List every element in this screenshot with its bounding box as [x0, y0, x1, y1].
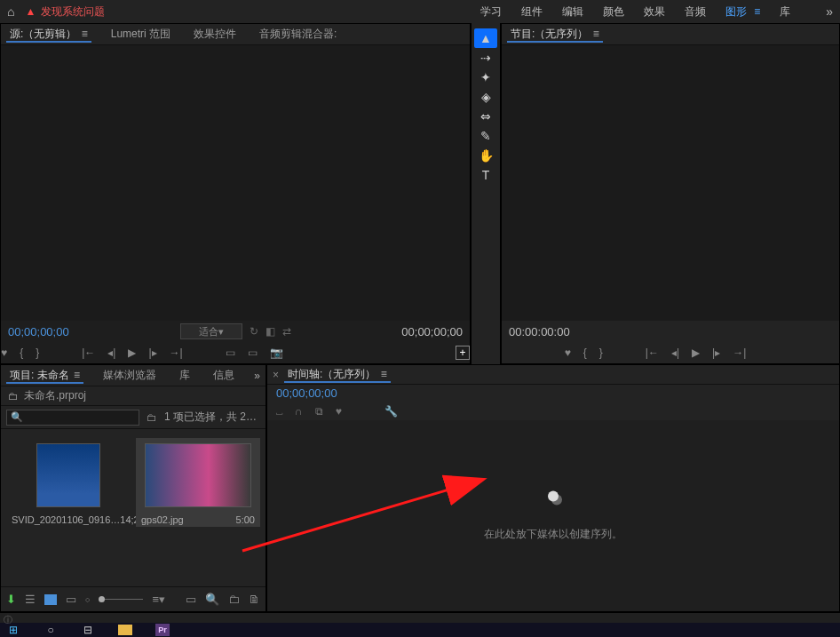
project-item[interactable]: SVID_20201106_0916… 14;28 [6, 438, 131, 527]
overwrite-icon[interactable]: ▭ [248, 346, 258, 359]
find-icon[interactable]: 🔍 [205, 593, 219, 606]
markers-icon[interactable]: ♥ [336, 405, 342, 418]
icon-view-icon[interactable] [44, 594, 57, 605]
insert-icon[interactable]: ▭ [226, 346, 235, 359]
folder-icon: 🗀 [8, 390, 19, 402]
add-button-icon[interactable]: + [456, 346, 470, 360]
workspace-tab-graphics[interactable]: 图形 [725, 4, 747, 20]
track-select-tool-icon[interactable]: ⇢ [474, 48, 497, 68]
workspace-tab-editing[interactable]: 编辑 [562, 4, 583, 20]
home-icon[interactable]: ⌂ [7, 4, 14, 19]
settings-wrench-icon[interactable]: 🔧 [384, 405, 398, 418]
new-item-icon[interactable]: 🗎 [249, 593, 260, 606]
taskbar-search-icon[interactable]: ○ [43, 624, 59, 636]
insert-sequence-icon[interactable]: ⎵ [276, 405, 282, 418]
linked-selection-icon[interactable]: ⧉ [315, 405, 323, 418]
item-duration: 5:00 [236, 514, 255, 525]
tabs-overflow-icon[interactable]: » [254, 370, 260, 382]
snap-icon[interactable]: ∩ [295, 405, 303, 418]
bracket-in-icon[interactable]: { [583, 346, 587, 359]
bracket-out-icon[interactable]: } [36, 346, 39, 359]
project-tab-label: 项目: 未命名 [10, 369, 69, 381]
close-tab-icon[interactable]: × [273, 369, 279, 381]
new-bin-icon[interactable]: 🗀 [228, 593, 240, 606]
source-monitor[interactable] [1, 45, 470, 321]
media-browser-tab[interactable]: 媒体浏览器 [99, 368, 160, 383]
step-back-icon[interactable]: ◂| [107, 346, 115, 359]
go-to-in-icon[interactable]: |← [646, 346, 659, 359]
source-timecode-in[interactable]: 00;00;00;00 [8, 325, 69, 338]
hand-tool-icon[interactable]: ✋ [474, 146, 497, 165]
timeline-tab[interactable]: 时间轴:（无序列） ≡ [284, 367, 391, 382]
source-loop-icon[interactable]: ↻ [250, 325, 258, 338]
zoom-out-icon[interactable]: ○ [85, 595, 90, 604]
source-tab-audiomixer[interactable]: 音频剪辑混合器: [256, 27, 340, 42]
razor-tool-icon[interactable]: ◈ [474, 87, 497, 107]
start-button-icon[interactable]: ⊞ [5, 624, 21, 636]
workspace-tab-libraries[interactable]: 库 [780, 4, 790, 20]
source-quality-icon[interactable]: ◧ [265, 325, 275, 338]
warning-text[interactable]: 发现系统问题 [41, 4, 105, 20]
workspace-active-menu-icon[interactable]: ≡ [754, 5, 760, 18]
bracket-in-icon[interactable]: { [20, 346, 23, 359]
go-to-out-icon[interactable]: →| [170, 346, 183, 359]
task-view-icon[interactable]: ⊟ [80, 624, 96, 636]
workspace-tab-assembly[interactable]: 组件 [521, 4, 543, 20]
source-tab-lumetri[interactable]: Lumetri 范围 [107, 27, 174, 42]
panel-menu-icon[interactable]: ≡ [82, 28, 88, 40]
step-forward-icon[interactable]: |▸ [148, 346, 156, 359]
step-forward-icon[interactable]: |▸ [712, 346, 720, 359]
source-tab-effectcontrols[interactable]: 效果控件 [190, 27, 240, 42]
panel-menu-icon[interactable]: ≡ [74, 369, 80, 381]
file-explorer-icon[interactable] [117, 624, 133, 636]
info-tab[interactable]: 信息 [210, 368, 238, 383]
pen-tool-icon[interactable]: ✎ [474, 126, 497, 146]
source-settings-icon[interactable]: ⇄ [282, 325, 291, 338]
panel-menu-icon[interactable]: ≡ [381, 368, 387, 380]
bracket-out-icon[interactable]: } [599, 346, 603, 359]
timeline-drop-area[interactable]: 在此处放下媒体以创建序列。 [267, 420, 839, 611]
timeline-playhead-tc[interactable]: 00;00;00;00 [276, 386, 337, 400]
type-tool-icon[interactable]: T [474, 165, 497, 185]
play-icon[interactable]: ▶ [692, 346, 700, 359]
program-tab[interactable]: 节目:（无序列） ≡ [507, 27, 603, 42]
step-back-icon[interactable]: ◂| [671, 346, 679, 359]
mark-in-icon[interactable]: ♥ [565, 346, 571, 359]
sort-icon[interactable]: ≡▾ [152, 593, 165, 606]
search-bin-icon[interactable]: 🗀 [147, 411, 157, 424]
selection-tool-icon[interactable]: ▲ [474, 28, 497, 48]
go-to-out-icon[interactable]: →| [733, 346, 746, 359]
program-monitor[interactable] [502, 45, 839, 321]
list-view-icon[interactable]: ☰ [25, 593, 36, 606]
project-item[interactable]: gps02.jpg 5:00 [136, 438, 260, 527]
thumbnail-zoom-slider[interactable] [99, 599, 143, 600]
go-to-in-icon[interactable]: |← [82, 346, 95, 359]
windows-taskbar: ⊞ ○ ⊟ Pr [0, 623, 840, 637]
write-only-icon[interactable]: ⬇ [6, 593, 16, 606]
workspace-tab-effects[interactable]: 效果 [644, 4, 665, 20]
source-tab-label: 源:（无剪辑） [10, 28, 76, 40]
source-tab-noclip[interactable]: 源:（无剪辑） ≡ [6, 27, 91, 42]
panel-menu-icon[interactable]: ≡ [593, 28, 599, 40]
play-icon[interactable]: ▶ [128, 346, 136, 359]
libraries-tab[interactable]: 库 [176, 368, 194, 383]
workspace-overflow-icon[interactable]: » [826, 4, 833, 19]
project-file-name: 未命名.prproj [24, 388, 86, 403]
program-timecode[interactable]: 00:00:00:00 [509, 325, 570, 338]
item-name: gps02.jpg [141, 514, 184, 525]
mark-in-icon[interactable]: ♥ [1, 346, 7, 359]
workspace-tab-color[interactable]: 颜色 [603, 4, 624, 20]
workspace-tab-learning[interactable]: 学习 [480, 4, 502, 20]
status-bar: ⓘ [0, 612, 840, 623]
ripple-edit-tool-icon[interactable]: ✦ [474, 68, 497, 87]
workspace-tab-audio[interactable]: 音频 [685, 4, 706, 20]
slip-tool-icon[interactable]: ⇔ [474, 107, 497, 126]
export-frame-icon[interactable]: 📷 [270, 346, 283, 359]
freeform-view-icon[interactable]: ▭ [66, 593, 76, 606]
warning-icon[interactable]: ▲ [25, 5, 36, 18]
source-zoom-combo[interactable]: 适合 ▾ [180, 323, 242, 339]
automate-icon[interactable]: ▭ [186, 593, 196, 606]
project-search-input[interactable]: 🔍 [6, 410, 139, 426]
premiere-taskbar-icon[interactable]: Pr [155, 624, 170, 636]
project-tab[interactable]: 项目: 未命名 ≡ [6, 368, 83, 383]
